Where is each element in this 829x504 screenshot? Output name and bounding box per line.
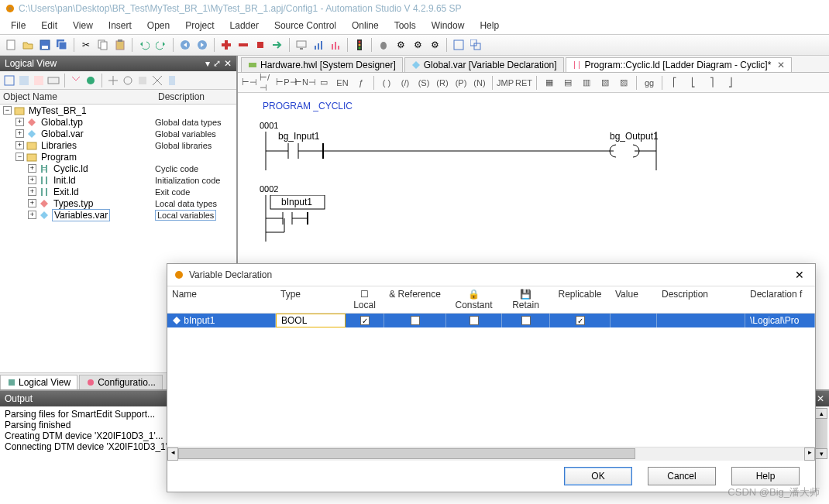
col-reference[interactable]: & Reference (384, 286, 446, 313)
tree-item[interactable]: +Init.ldInitialization code (0, 174, 236, 186)
scroll-up-icon[interactable]: ▴ (815, 408, 827, 419)
lt-n-icon[interactable]: ⊢N⊣ (297, 75, 314, 91)
lt-br1-icon[interactable]: ⎡ (666, 75, 683, 91)
copy-icon[interactable] (95, 37, 111, 53)
panel-dropdown-icon[interactable]: ▾ (205, 58, 210, 69)
lt-grid4-icon[interactable]: ▧ (597, 75, 614, 91)
monitor-icon[interactable] (294, 37, 309, 53)
menu-edit[interactable]: Edit (35, 19, 64, 33)
scroll-right-icon[interactable]: ▸ (804, 447, 815, 461)
lt-jmp-icon[interactable]: JMP (497, 75, 514, 91)
new-icon[interactable] (3, 37, 19, 53)
expander-icon[interactable]: + (28, 199, 36, 207)
col-declaration[interactable]: Declaration f (745, 286, 815, 313)
transfer-icon[interactable] (270, 37, 285, 53)
gear3-icon[interactable]: ⚙ (427, 37, 442, 53)
menu-online[interactable]: Online (346, 19, 385, 33)
col-value[interactable]: Value (611, 286, 657, 313)
lv-tb-2-icon[interactable] (18, 74, 30, 87)
dialog-titlebar[interactable]: Variable Declaration ✕ (167, 264, 815, 286)
tree-item[interactable]: +Global.typGlobal data types (0, 116, 236, 128)
lt-gg-icon[interactable]: gg (641, 75, 658, 91)
output-scrollbar[interactable]: ▴ ▾ (815, 408, 827, 459)
menu-ladder[interactable]: Ladder (224, 19, 265, 33)
tree-item[interactable]: +Global.varGlobal variables (0, 128, 236, 139)
reference-checkbox[interactable] (411, 316, 420, 325)
scroll-thumb[interactable] (178, 448, 635, 459)
doc-tab-hardware[interactable]: Hardware.hwl [System Designer] (241, 57, 403, 72)
save-icon[interactable] (37, 37, 53, 53)
stop-build-icon[interactable] (253, 37, 268, 53)
lt-contact-no-icon[interactable]: ⊢⊣ (241, 75, 258, 91)
ok-button[interactable]: OK (564, 467, 632, 485)
lv-tb-3-icon[interactable] (33, 74, 45, 87)
cancel-button[interactable]: Cancel (648, 467, 716, 485)
menu-project[interactable]: Project (179, 19, 220, 33)
col-name[interactable]: Name (167, 286, 276, 313)
lt-func-icon[interactable]: ƒ (353, 75, 370, 91)
nav-fwd-icon[interactable] (194, 37, 210, 53)
dialog-close-button[interactable]: ✕ (790, 266, 809, 284)
rung-1[interactable]: bg_Input1 bg_Output1 (253, 132, 814, 177)
lv-tb-8-icon[interactable] (122, 74, 134, 87)
lv-tb-5-icon[interactable] (70, 74, 82, 87)
nav-back-icon[interactable] (177, 37, 193, 53)
menu-help[interactable]: Help (473, 19, 505, 33)
paste-icon[interactable] (112, 37, 128, 53)
expander-icon[interactable]: + (28, 164, 36, 173)
col-local[interactable]: ☐ Local (346, 286, 384, 313)
lv-tb-10-icon[interactable] (151, 74, 163, 87)
desc-cell[interactable] (657, 314, 745, 327)
value-cell[interactable] (611, 314, 657, 327)
scroll-left-icon[interactable]: ◂ (167, 447, 178, 461)
gear2-icon[interactable]: ⚙ (410, 37, 425, 53)
tab-configuration[interactable]: Configuratio... (79, 375, 163, 389)
menu-view[interactable]: View (67, 19, 99, 33)
scroll-down-icon[interactable]: ▾ (815, 448, 827, 459)
menu-source-control[interactable]: Source Control (268, 19, 342, 33)
bug-icon[interactable] (376, 37, 391, 53)
menu-file[interactable]: File (5, 19, 32, 33)
expander-icon[interactable]: + (28, 211, 36, 219)
lt-br2-icon[interactable]: ⎣ (685, 75, 702, 91)
lt-grid2-icon[interactable]: ▤ (559, 75, 576, 91)
expander-icon[interactable]: + (28, 176, 36, 184)
expander-icon[interactable]: + (15, 118, 24, 126)
lt-ncoil-icon[interactable]: (/) (397, 75, 414, 91)
tree-item-selected[interactable]: +Variables.varLocal variables (0, 209, 236, 221)
menu-insert[interactable]: Insert (102, 19, 138, 33)
lt-coil-icon[interactable]: ( ) (378, 75, 395, 91)
expander-icon[interactable]: + (28, 187, 36, 196)
tree-item[interactable]: +Cyclic.ldCyclic code (0, 163, 236, 174)
lv-tb-1-icon[interactable] (3, 74, 15, 87)
doc-tab-global-var[interactable]: Global.var [Variable Declaration] (404, 57, 564, 72)
type-cell[interactable]: BOOL (276, 314, 346, 327)
expander-icon[interactable]: − (15, 153, 24, 161)
tree-item[interactable]: +Types.typLocal data types (0, 197, 236, 209)
build-icon[interactable] (218, 37, 234, 53)
lt-br3-icon[interactable]: ⎤ (703, 75, 721, 91)
close-icon[interactable]: ✕ (777, 60, 785, 70)
lv-tb-9-icon[interactable] (136, 74, 149, 87)
menu-tools[interactable]: Tools (388, 19, 422, 33)
expander-icon[interactable]: − (3, 106, 12, 115)
tree-item-program[interactable]: −Program (0, 151, 236, 163)
lv-tb-6-icon[interactable] (84, 74, 97, 87)
save-all-icon[interactable] (54, 37, 70, 53)
retain-checkbox[interactable] (521, 316, 531, 325)
col-retain[interactable]: 💾 Retain (502, 286, 550, 313)
col-description[interactable]: Description (657, 286, 745, 313)
lt-br4-icon[interactable]: ⎦ (722, 75, 739, 91)
expander-icon[interactable]: + (15, 141, 24, 149)
panel-pin-icon[interactable]: ⤢ (213, 58, 221, 69)
undo-icon[interactable] (136, 37, 152, 53)
lt-p-icon[interactable]: ⊢P⊣ (278, 75, 295, 91)
tab-logical-view[interactable]: Logical View (0, 375, 77, 389)
lv-tb-11-icon[interactable] (166, 74, 178, 87)
lt-contact-nc-icon[interactable]: ⊢/⊣ (260, 75, 277, 91)
chart2-icon[interactable] (328, 37, 343, 53)
menu-open[interactable]: Open (141, 19, 176, 33)
windows-icon[interactable] (468, 37, 483, 53)
chart-icon[interactable] (311, 37, 326, 53)
gear-icon[interactable]: ⚙ (393, 37, 408, 53)
